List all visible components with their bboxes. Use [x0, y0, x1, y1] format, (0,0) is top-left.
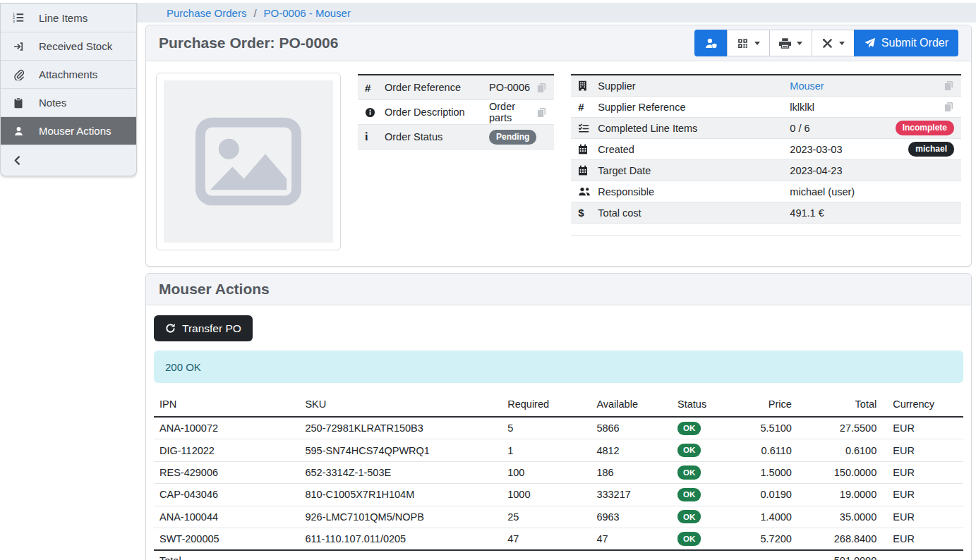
table-row: RES-429006652-3314Z-1-503E100186OK1.5000… [154, 461, 963, 483]
paperclip-icon [11, 69, 26, 80]
detail-value: PO-0006 [489, 82, 533, 93]
chevron-left-icon [12, 155, 23, 166]
mouser-actions-panel: Mouser Actions Transfer PO 200 OK IPN SK [145, 273, 972, 560]
purchase-order-panel: Purchase Order: PO-0006 [145, 25, 972, 267]
order-image[interactable] [156, 73, 341, 250]
status-ok-badge: OK [677, 465, 701, 479]
users-icon [578, 186, 598, 197]
page-title: Purchase Order: PO-0006 [159, 35, 338, 51]
status-ok-badge: OK [677, 510, 701, 523]
supplier-details-table: Supplier Mouser # Supplier Reference lkl… [571, 74, 961, 236]
list-check-icon [578, 123, 598, 133]
chevron-down-icon [839, 42, 845, 45]
user-shield-icon [704, 37, 718, 49]
detail-label: Responsible [598, 186, 790, 197]
chevron-down-icon [754, 42, 760, 45]
sidebar-item-label: Line Items [39, 12, 88, 24]
page: Purchase Orders / PO-0006 - Mouser 123 L… [0, 0, 976, 560]
col-available: Available [591, 395, 672, 417]
calendar-icon [578, 165, 598, 176]
sidebar-item-received-stock[interactable]: Received Stock [1, 32, 136, 60]
detail-value: michael (user) [790, 186, 954, 197]
svg-text:3: 3 [13, 19, 15, 23]
sidebar-item-label: Attachments [39, 68, 97, 80]
created-by-badge: michael [908, 142, 954, 157]
clipboard-icon [11, 97, 26, 109]
calendar-icon [578, 144, 598, 154]
user-icon [11, 126, 26, 137]
order-actions-toolbar: Submit Order [694, 30, 958, 56]
total-value: 501.0000 [797, 550, 882, 560]
detail-row-responsible: Responsible michael (user) [571, 181, 961, 202]
breadcrumb-link-purchase-orders[interactable]: Purchase Orders [167, 7, 246, 19]
detail-row-order-reference: # Order Reference PO-0006 [358, 75, 554, 100]
building-icon [578, 80, 598, 91]
detail-value: 491.1 € [790, 207, 954, 219]
order-settings-button[interactable] [812, 30, 855, 56]
sidebar-item-notes[interactable]: Notes [1, 88, 136, 116]
submit-order-button[interactable]: Submit Order [854, 30, 958, 56]
detail-value: 2023-04-23 [790, 165, 954, 176]
detail-label: Created [598, 144, 790, 155]
breadcrumb-link-current-order[interactable]: PO-0006 - Mouser [264, 7, 351, 19]
copy-icon[interactable] [940, 80, 954, 91]
detail-label: Order Status [385, 131, 489, 142]
detail-value: 0 / 6 [790, 123, 895, 134]
detail-label: Completed Line Items [598, 123, 790, 134]
sign-in-icon [11, 41, 26, 52]
order-status-badge: Pending [489, 130, 536, 145]
detail-row-total-cost: $ Total cost 491.1 € [571, 202, 961, 224]
status-ok-badge: OK [677, 488, 701, 501]
sidebar-item-line-items[interactable]: 123 Line Items [1, 4, 136, 32]
table-row: ANA-100072250-72981KLRATR150B355866OK5.5… [154, 417, 963, 439]
rotate-icon [165, 323, 176, 334]
sidebar-item-mouser-actions[interactable]: Mouser Actions [1, 116, 136, 145]
sidebar-collapse-button[interactable] [1, 145, 136, 176]
line-items-table: IPN SKU Required Available Status Price … [154, 395, 963, 560]
copy-icon[interactable] [940, 102, 954, 112]
submit-order-label: Submit Order [881, 37, 948, 49]
detail-label: Total cost [598, 207, 790, 219]
image-placeholder-icon [164, 80, 333, 243]
detail-value: lklklkl [790, 102, 940, 113]
dollar-icon: $ [578, 207, 598, 219]
breadcrumb-separator: / [253, 7, 256, 19]
copy-icon[interactable] [533, 83, 547, 93]
supplier-link[interactable]: Mouser [790, 80, 824, 92]
print-actions-button[interactable] [769, 30, 812, 56]
barcode-actions-button[interactable] [727, 30, 770, 56]
status-alert: 200 OK [154, 351, 963, 383]
chevron-down-icon [797, 42, 802, 45]
detail-label: Supplier [598, 80, 790, 92]
purchase-order-body: # Order Reference PO-0006 Order Descript… [146, 61, 971, 262]
detail-row-supplier-reference: # Supplier Reference lklklkl [571, 97, 961, 118]
hash-icon: # [578, 101, 598, 113]
detail-row-order-description: Order Description Order parts [358, 100, 554, 125]
table-row: ANA-100044926-LMC7101QM5/NOPB256963OK1.4… [154, 506, 963, 528]
detail-row-completed-line-items: Completed Line Items 0 / 6 Incomplete [571, 118, 961, 139]
sidebar-item-attachments[interactable]: Attachments [1, 60, 136, 88]
detail-label: Order Reference [385, 82, 489, 93]
printer-icon [779, 37, 791, 49]
purchase-order-header: Purchase Order: PO-0006 [146, 25, 971, 61]
table-row: DIG-112022595-SN74HCS74QPWRQ114812OK0.61… [154, 439, 963, 461]
detail-row-supplier: Supplier Mouser [571, 75, 961, 97]
detail-value: Order parts [489, 101, 533, 123]
detail-row-order-status: i Order Status Pending [358, 125, 554, 150]
col-currency: Currency [882, 395, 963, 417]
order-details-table: # Order Reference PO-0006 Order Descript… [358, 74, 554, 150]
breadcrumb: Purchase Orders / PO-0006 - Mouser [137, 3, 976, 23]
sidebar: 123 Line Items Received Stock Attachment… [0, 3, 137, 176]
section-title: Mouser Actions [159, 281, 270, 298]
line-items-body: ANA-100072250-72981KLRATR150B355866OK5.5… [154, 417, 963, 550]
list-ol-icon: 123 [11, 12, 26, 23]
sidebar-item-label: Received Stock [39, 40, 112, 52]
incomplete-badge: Incomplete [896, 121, 954, 135]
detail-row-empty [571, 224, 961, 236]
status-ok-badge: OK [677, 422, 701, 435]
admin-user-button[interactable] [694, 30, 728, 56]
table-header-row: IPN SKU Required Available Status Price … [154, 395, 963, 417]
transfer-po-button[interactable]: Transfer PO [154, 315, 253, 341]
sidebar-item-label: Mouser Actions [39, 125, 112, 137]
copy-icon[interactable] [533, 107, 547, 118]
